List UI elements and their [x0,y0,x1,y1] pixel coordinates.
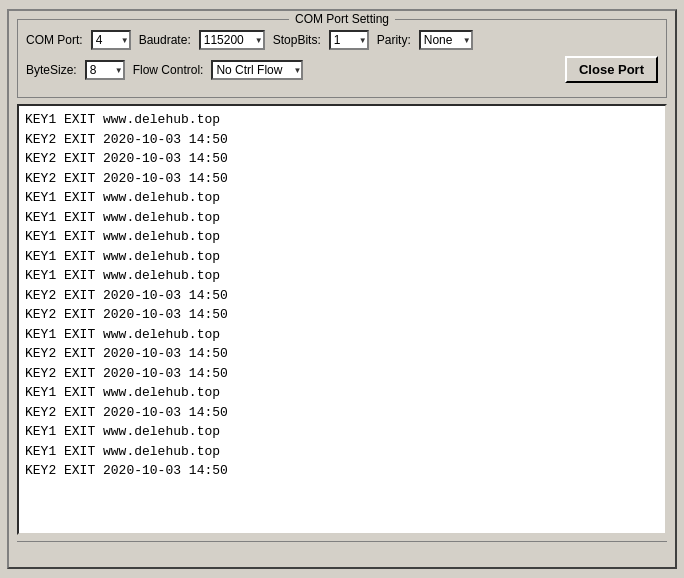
stopbits-select-wrapper[interactable]: 12 [329,30,369,50]
baudrate-select[interactable]: 115200 9600192003840057600 [199,30,265,50]
log-line: KEY1 EXIT www.delehub.top [25,247,659,267]
log-line: KEY2 EXIT 2020-10-03 14:50 [25,461,659,481]
log-line: KEY2 EXIT 2020-10-03 14:50 [25,364,659,384]
log-line: KEY2 EXIT 2020-10-03 14:50 [25,344,659,364]
bytesize-select[interactable]: 8567 [85,60,125,80]
stopbits-label: StopBits: [273,33,321,47]
parity-label: Parity: [377,33,411,47]
baudrate-label: Baudrate: [139,33,191,47]
flow-control-select[interactable]: No Ctrl FlowRTS/CTSXON/XOFF [211,60,303,80]
com-port-label: COM Port: [26,33,83,47]
log-content[interactable]: KEY1 EXIT www.delehub.topKEY2 EXIT 2020-… [19,106,665,533]
main-window: COM Port Setting COM Port: 4 12356 Baudr… [7,9,677,569]
log-area: KEY1 EXIT www.delehub.topKEY2 EXIT 2020-… [17,104,667,535]
log-line: KEY2 EXIT 2020-10-03 14:50 [25,305,659,325]
parity-select-wrapper[interactable]: NoneOddEven [419,30,473,50]
parity-select[interactable]: NoneOddEven [419,30,473,50]
com-port-select-wrapper[interactable]: 4 12356 [91,30,131,50]
flow-control-select-wrapper[interactable]: No Ctrl FlowRTS/CTSXON/XOFF [211,60,303,80]
stopbits-select[interactable]: 12 [329,30,369,50]
log-line: KEY1 EXIT www.delehub.top [25,383,659,403]
log-line: KEY2 EXIT 2020-10-03 14:50 [25,169,659,189]
log-line: KEY1 EXIT www.delehub.top [25,325,659,345]
log-line: KEY1 EXIT www.delehub.top [25,188,659,208]
log-line: KEY1 EXIT www.delehub.top [25,442,659,462]
section-title: COM Port Setting [289,12,395,26]
log-line: KEY2 EXIT 2020-10-03 14:50 [25,286,659,306]
log-line: KEY2 EXIT 2020-10-03 14:50 [25,403,659,423]
com-port-select[interactable]: 4 12356 [91,30,131,50]
log-line: KEY1 EXIT www.delehub.top [25,227,659,247]
log-line: KEY2 EXIT 2020-10-03 14:50 [25,130,659,150]
close-port-button[interactable]: Close Port [565,56,658,83]
bytesize-select-wrapper[interactable]: 8567 [85,60,125,80]
com-row-1: COM Port: 4 12356 Baudrate: 115200 96001… [26,30,658,50]
com-row-2: ByteSize: 8567 Flow Control: No Ctrl Flo… [26,56,658,83]
bytesize-label: ByteSize: [26,63,77,77]
flow-control-label: Flow Control: [133,63,204,77]
bottom-bar [17,541,667,559]
log-line: KEY1 EXIT www.delehub.top [25,266,659,286]
log-line: KEY1 EXIT www.delehub.top [25,208,659,228]
log-line: KEY1 EXIT www.delehub.top [25,110,659,130]
baudrate-select-wrapper[interactable]: 115200 9600192003840057600 [199,30,265,50]
log-line: KEY2 EXIT 2020-10-03 14:50 [25,149,659,169]
log-line: KEY1 EXIT www.delehub.top [25,422,659,442]
com-port-section: COM Port Setting COM Port: 4 12356 Baudr… [17,19,667,98]
